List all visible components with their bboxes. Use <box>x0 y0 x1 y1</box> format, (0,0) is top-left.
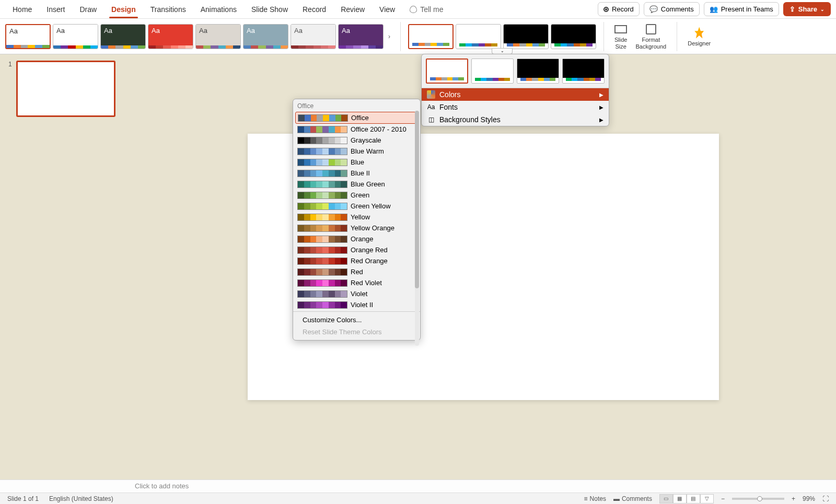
color-scheme-blue-warm[interactable]: Blue Warm <box>295 146 417 157</box>
variant-popup-card[interactable] <box>426 58 468 84</box>
tab-record[interactable]: Record <box>295 1 333 18</box>
color-scheme-blue-green[interactable]: Blue Green <box>295 179 417 190</box>
notes-toggle[interactable]: ≡Notes <box>584 495 606 502</box>
tab-draw[interactable]: Draw <box>72 1 104 18</box>
present-teams-button[interactable]: 👥 Present in Teams <box>704 2 779 16</box>
variant-popup-card[interactable] <box>562 58 605 84</box>
themes-more-button[interactable]: › <box>386 24 393 49</box>
tell-me[interactable]: Tell me <box>402 1 450 18</box>
tab-bar: HomeInsertDrawDesignTransitionsAnimation… <box>0 0 836 19</box>
theme-card[interactable]: Aa <box>243 24 288 49</box>
zoom-slider[interactable] <box>732 498 784 500</box>
tab-home[interactable]: Home <box>5 1 39 18</box>
color-scheme-yellow-orange[interactable]: Yellow Orange <box>295 222 417 233</box>
tab-review[interactable]: Review <box>333 1 372 18</box>
variants-dropdown-button[interactable]: ⌄ <box>492 48 513 54</box>
color-scheme-grayscale[interactable]: Grayscale <box>295 135 417 146</box>
variant-card[interactable] <box>551 24 596 49</box>
notes-label: Notes <box>590 495 606 502</box>
sorter-view-button[interactable]: ▦ <box>673 494 687 503</box>
status-language[interactable]: English (United States) <box>49 495 113 502</box>
variants-menu-colors[interactable]: Colors▶ <box>422 88 609 101</box>
record-icon <box>603 7 609 12</box>
comments-button[interactable]: 💬 Comments <box>644 2 700 16</box>
slide-thumbnail[interactable] <box>16 61 115 117</box>
zoom-out-button[interactable]: − <box>721 495 725 502</box>
view-buttons: ▭ ▦ ▤ ▽ <box>659 494 714 503</box>
variant-card[interactable] <box>456 24 501 49</box>
colors-submenu: Office OfficeOffice 2007 - 2010Grayscale… <box>293 99 421 341</box>
color-scheme-green-yellow[interactable]: Green Yellow <box>295 201 417 212</box>
theme-card[interactable]: Aa <box>5 24 51 49</box>
divider <box>603 22 604 51</box>
designer-label: Designer <box>688 40 711 46</box>
color-scheme-red[interactable]: Red <box>295 266 417 277</box>
variant-card[interactable] <box>503 24 549 49</box>
zoom-level[interactable]: 99% <box>803 495 815 502</box>
chevron-down-icon: ⌄ <box>820 7 825 12</box>
variant-popup-card[interactable] <box>517 58 559 84</box>
record-button[interactable]: Record <box>598 2 640 16</box>
tab-animations[interactable]: Animations <box>193 1 244 18</box>
theme-card[interactable]: Aa <box>195 24 241 49</box>
theme-card[interactable]: Aa <box>338 24 384 49</box>
format-background-button[interactable]: Format Background <box>632 21 669 52</box>
variants-menu-fonts[interactable]: AaFonts▶ <box>422 101 609 113</box>
designer-button[interactable]: Designer <box>684 21 714 52</box>
color-scheme-red-orange[interactable]: Red Orange <box>295 255 417 266</box>
theme-card[interactable]: Aa <box>148 24 193 49</box>
variants-menu-background-styles[interactable]: ◫Background Styles▶ <box>422 113 609 126</box>
variants-popup: Colors▶AaFonts▶◫Background Styles▶ <box>421 54 609 126</box>
color-scheme-violet-ii[interactable]: Violet II <box>295 299 417 310</box>
color-scheme-red-violet[interactable]: Red Violet <box>295 277 417 288</box>
normal-view-button[interactable]: ▭ <box>659 494 673 503</box>
notes-pane[interactable]: Click to add notes <box>0 479 836 493</box>
color-scheme-green[interactable]: Green <box>295 190 417 201</box>
format-bg-label: Format Background <box>635 37 666 49</box>
color-scheme-office[interactable]: Office <box>295 112 417 124</box>
slide-size-button[interactable]: Slide Size <box>611 21 630 52</box>
reading-view-button[interactable]: ▤ <box>687 494 700 503</box>
variant-popup-card[interactable] <box>471 58 514 84</box>
tab-transitions[interactable]: Transitions <box>143 1 193 18</box>
color-scheme-yellow[interactable]: Yellow <box>295 212 417 222</box>
record-label: Record <box>612 5 634 13</box>
slide-size-label: Slide Size <box>614 37 627 49</box>
color-scheme-list: OfficeOffice 2007 - 2010GrayscaleBlue Wa… <box>293 111 420 311</box>
comments-label: Comments <box>661 5 694 13</box>
color-scheme-blue[interactable]: Blue <box>295 157 417 168</box>
status-bar: Slide 1 of 1 English (United States) ≡No… <box>0 493 836 504</box>
customize-colors-item[interactable]: Customize Colors... <box>293 314 420 326</box>
tab-design[interactable]: Design <box>104 1 143 18</box>
color-scheme-violet[interactable]: Violet <box>295 288 417 299</box>
design-ribbon: AaAaAaAaAaAaAaAa › ⌄ Slide Size Format B… <box>0 19 836 54</box>
theme-gallery: AaAaAaAaAaAaAaAa <box>5 24 384 49</box>
color-scheme-orange-red[interactable]: Orange Red <box>295 244 417 255</box>
share-icon: ⇪ <box>789 5 795 13</box>
color-scheme-blue-ii[interactable]: Blue II <box>295 168 417 179</box>
scrollbar-thumb[interactable] <box>415 111 419 288</box>
slide-size-icon <box>614 25 627 33</box>
color-scheme-orange[interactable]: Orange <box>295 233 417 244</box>
theme-card[interactable]: Aa <box>100 24 146 49</box>
tab-slide-show[interactable]: Slide Show <box>244 1 295 18</box>
format-bg-icon <box>646 24 656 34</box>
zoom-in-button[interactable]: + <box>792 495 795 502</box>
notes-icon: ≡ <box>584 495 588 502</box>
comments-status-label: Comments <box>622 495 652 502</box>
comment-icon: ▬ <box>613 495 620 502</box>
theme-card[interactable]: Aa <box>53 24 98 49</box>
theme-card[interactable]: Aa <box>291 24 336 49</box>
fit-button[interactable]: ⛶ <box>822 495 829 502</box>
submenu-scrollbar[interactable] <box>415 111 419 346</box>
comments-toggle[interactable]: ▬Comments <box>613 495 652 502</box>
variant-card[interactable] <box>408 24 454 49</box>
notes-placeholder: Click to add notes <box>135 482 189 490</box>
share-button[interactable]: ⇪ Share ⌄ <box>783 2 831 16</box>
slideshow-view-button[interactable]: ▽ <box>700 494 714 503</box>
zoom-thumb[interactable] <box>757 496 762 501</box>
tab-view[interactable]: View <box>372 1 402 18</box>
color-scheme-office-2007-2010[interactable]: Office 2007 - 2010 <box>295 124 417 135</box>
share-label: Share <box>798 5 817 13</box>
tab-insert[interactable]: Insert <box>39 1 72 18</box>
